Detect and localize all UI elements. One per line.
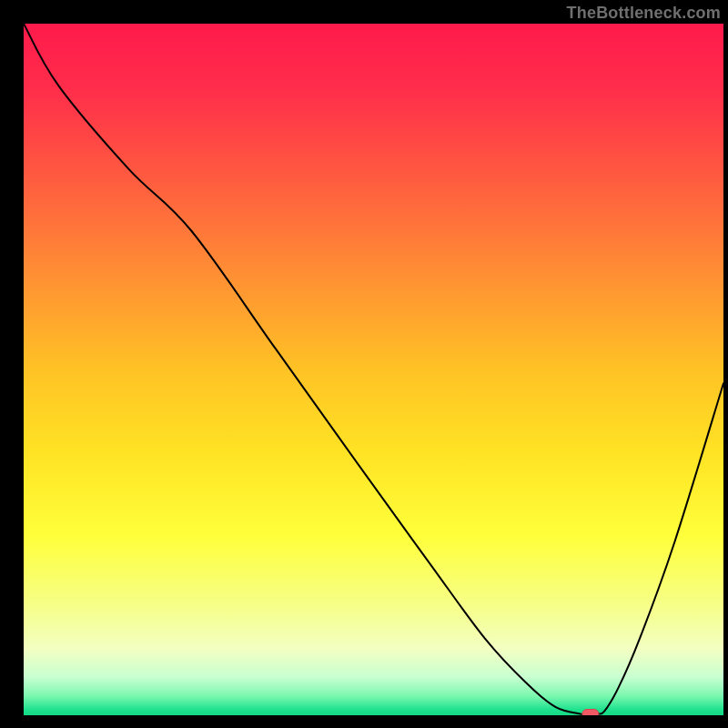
chart-svg bbox=[24, 24, 723, 715]
optimal-marker bbox=[582, 710, 599, 716]
gradient-background bbox=[24, 24, 723, 715]
plot-area bbox=[24, 24, 723, 715]
chart-frame: TheBottleneck.com bbox=[0, 0, 728, 728]
watermark-text: TheBottleneck.com bbox=[567, 4, 721, 23]
